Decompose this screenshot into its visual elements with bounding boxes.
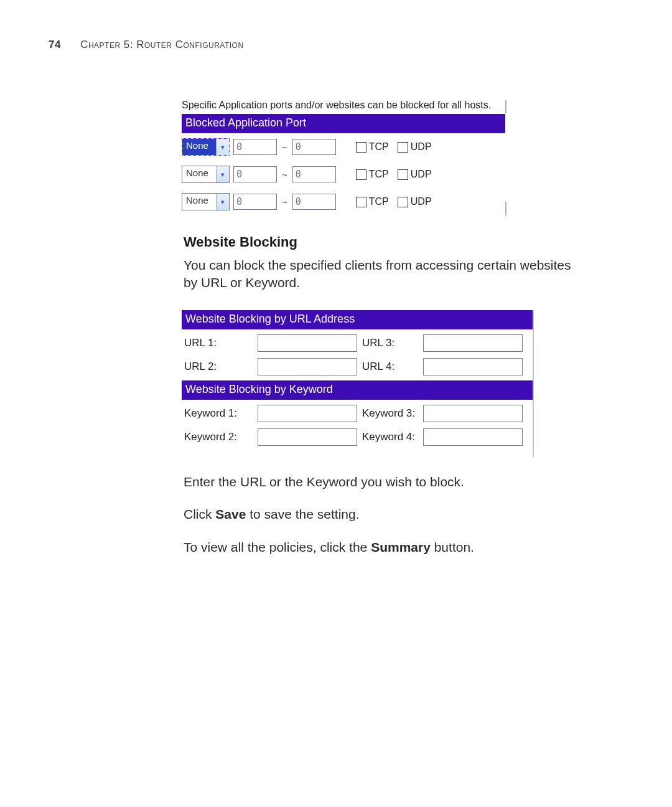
keyword2-input[interactable] bbox=[258, 428, 357, 446]
crop-edge-decoration bbox=[505, 202, 506, 215]
section-paragraph: You can block the specified clients from… bbox=[184, 257, 582, 292]
keyword-section-bar: Website Blocking by Keyword bbox=[182, 380, 533, 400]
running-header: 74 Chapter 5: Router Configuration bbox=[49, 39, 244, 51]
udp-label: UDP bbox=[411, 141, 432, 153]
url2-input[interactable] bbox=[258, 358, 357, 375]
url-fields-grid: URL 1: URL 3: URL 2: URL 4: bbox=[182, 329, 533, 380]
text-fragment: to save the setting. bbox=[246, 507, 359, 521]
checkbox-icon bbox=[356, 197, 366, 207]
tcp-label: TCP bbox=[369, 169, 389, 180]
port-rule-row: None ▾ ~ TCP UDP bbox=[182, 133, 505, 161]
instructions-block: Enter the URL or the Keyword you wish to… bbox=[184, 473, 582, 571]
url-section-bar: Website Blocking by URL Address bbox=[182, 310, 533, 329]
keyword1-input[interactable] bbox=[258, 405, 357, 422]
keyword3-label: Keyword 3: bbox=[362, 407, 418, 420]
range-separator: ~ bbox=[281, 142, 289, 153]
port-from-input[interactable] bbox=[233, 194, 277, 210]
url4-label: URL 4: bbox=[362, 361, 418, 373]
checkbox-icon bbox=[356, 142, 366, 153]
url3-label: URL 3: bbox=[362, 337, 418, 349]
port-rule-row: None ▾ ~ TCP UDP bbox=[182, 188, 505, 215]
instruction-save: Click Save to save the setting. bbox=[184, 506, 582, 523]
select-value: None bbox=[182, 194, 216, 210]
udp-checkbox[interactable]: UDP bbox=[398, 169, 432, 180]
chevron-down-icon: ▾ bbox=[216, 139, 229, 155]
checkbox-icon bbox=[398, 142, 408, 153]
text-fragment: To view all the policies, click the bbox=[184, 540, 371, 554]
crop-edge-decoration bbox=[505, 100, 506, 113]
keyword-fields-grid: Keyword 1: Keyword 3: Keyword 2: Keyword… bbox=[182, 400, 533, 451]
website-blocking-section: Website Blocking You can block the speci… bbox=[184, 234, 582, 307]
text-fragment: button. bbox=[431, 540, 474, 554]
port-from-input[interactable] bbox=[233, 166, 277, 182]
summary-keyword: Summary bbox=[371, 540, 431, 554]
url4-input[interactable] bbox=[423, 358, 523, 375]
port-rule-row: None ▾ ~ TCP UDP bbox=[182, 161, 505, 188]
url1-input[interactable] bbox=[258, 334, 357, 352]
range-separator: ~ bbox=[281, 169, 289, 180]
text-fragment: Click bbox=[184, 507, 215, 521]
panel-caption: Specific Application ports and/or websit… bbox=[182, 100, 505, 111]
keyword1-label: Keyword 1: bbox=[184, 407, 253, 420]
blocked-port-panel: Specific Application ports and/or websit… bbox=[182, 100, 505, 215]
instruction-enter: Enter the URL or the Keyword you wish to… bbox=[184, 473, 582, 491]
keyword3-input[interactable] bbox=[423, 405, 523, 422]
tcp-label: TCP bbox=[369, 141, 389, 153]
keyword2-label: Keyword 2: bbox=[184, 431, 253, 443]
application-select[interactable]: None ▾ bbox=[182, 138, 230, 156]
keyword4-label: Keyword 4: bbox=[362, 431, 418, 443]
chevron-down-icon: ▾ bbox=[216, 166, 229, 182]
select-value: None bbox=[182, 166, 216, 182]
chapter-title: Chapter 5: Router Configuration bbox=[80, 39, 243, 50]
tcp-checkbox[interactable]: TCP bbox=[356, 169, 389, 180]
tcp-checkbox[interactable]: TCP bbox=[356, 196, 389, 207]
port-from-input[interactable] bbox=[233, 139, 277, 155]
save-keyword: Save bbox=[215, 507, 246, 521]
tcp-checkbox[interactable]: TCP bbox=[356, 141, 389, 153]
application-select[interactable]: None ▾ bbox=[182, 166, 230, 183]
checkbox-icon bbox=[398, 169, 408, 180]
keyword4-input[interactable] bbox=[423, 428, 523, 446]
port-to-input[interactable] bbox=[292, 194, 336, 210]
checkbox-icon bbox=[356, 169, 366, 180]
url3-input[interactable] bbox=[423, 334, 523, 352]
application-select[interactable]: None ▾ bbox=[182, 193, 230, 210]
manual-page: 74 Chapter 5: Router Configuration Speci… bbox=[0, 0, 672, 807]
port-to-input[interactable] bbox=[292, 166, 336, 182]
udp-label: UDP bbox=[411, 169, 432, 180]
panel-title-bar: Blocked Application Port bbox=[182, 114, 505, 133]
udp-checkbox[interactable]: UDP bbox=[398, 196, 432, 207]
select-value: None bbox=[182, 139, 216, 155]
section-heading: Website Blocking bbox=[184, 234, 582, 250]
page-number: 74 bbox=[49, 39, 61, 50]
checkbox-icon bbox=[398, 197, 408, 207]
udp-checkbox[interactable]: UDP bbox=[398, 141, 432, 153]
range-separator: ~ bbox=[281, 197, 289, 207]
port-to-input[interactable] bbox=[292, 139, 336, 155]
tcp-label: TCP bbox=[369, 196, 389, 207]
url1-label: URL 1: bbox=[184, 337, 253, 349]
udp-label: UDP bbox=[411, 196, 432, 207]
website-blocking-panel: Website Blocking by URL Address URL 1: U… bbox=[182, 310, 533, 451]
url2-label: URL 2: bbox=[184, 361, 253, 373]
instruction-summary: To view all the policies, click the Summ… bbox=[184, 539, 582, 556]
crop-edge-decoration bbox=[533, 310, 534, 457]
chevron-down-icon: ▾ bbox=[216, 194, 229, 210]
